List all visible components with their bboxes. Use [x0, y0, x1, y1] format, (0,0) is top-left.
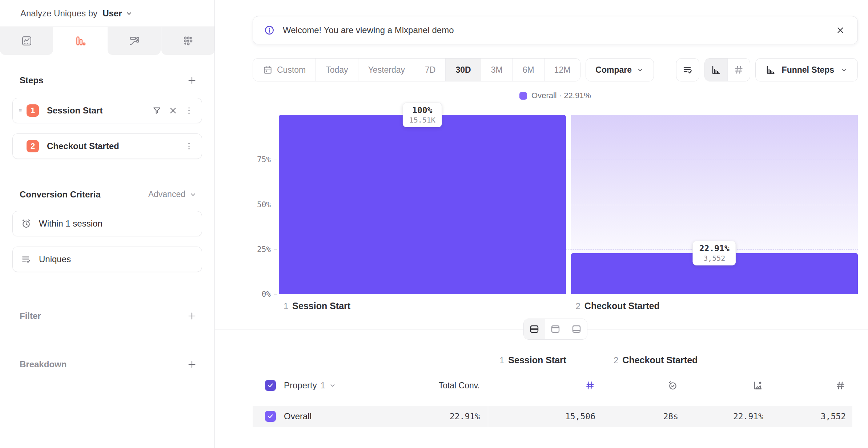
date-range-6m[interactable]: 6M [513, 59, 544, 81]
x-icon [168, 106, 178, 115]
kebab-menu-icon [184, 141, 194, 151]
date-range-30d[interactable]: 30D [446, 59, 481, 81]
table-group-header-row: 1 Session Start 2 Checkout Started [253, 351, 852, 369]
tab-flows[interactable] [108, 27, 161, 55]
drag-handle-icon[interactable] [18, 107, 25, 114]
time-to-convert-header[interactable] [602, 380, 686, 391]
conversion-criteria-section: Conversion Criteria Advanced Within 1 se… [0, 188, 214, 272]
filter-section: Filter [0, 309, 214, 323]
step-more-button[interactable] [183, 140, 195, 152]
plus-icon [187, 75, 197, 85]
breakdown-section: Breakdown [0, 358, 214, 371]
step-number-badge: 2 [27, 140, 39, 152]
row-name: Overall [284, 411, 312, 421]
funnel-step-column-2[interactable]: 22.91% 3,552 [571, 115, 858, 294]
total-conv-header[interactable]: Total Conv. [439, 381, 480, 391]
chart-display-controls: Funnel Steps [676, 58, 858, 81]
step-card-1[interactable]: 1 Session Start [12, 98, 202, 123]
layout-table-only-button[interactable] [566, 319, 587, 339]
step-event-label[interactable]: Checkout Started [47, 141, 183, 151]
table-row-overall[interactable]: Overall 22.91% 15,506 28s 22.91% 3,552 [253, 406, 852, 427]
legend-swatch [519, 92, 527, 100]
tab-funnels[interactable] [54, 27, 107, 55]
analyze-by-row: Analyze Uniques by User [0, 0, 214, 27]
filter-title: Filter [20, 311, 41, 321]
layout-split-button[interactable] [524, 319, 545, 339]
steps-section: Steps 1 Session Start [0, 74, 214, 159]
add-step-button[interactable] [185, 74, 198, 87]
add-filter-button[interactable] [185, 309, 198, 323]
conversion-criteria-title: Conversion Criteria [20, 189, 101, 200]
bar-count: 3,552 [699, 254, 730, 263]
close-icon [836, 25, 845, 35]
date-range-7d[interactable]: 7D [415, 59, 446, 81]
conversion-window-card[interactable]: Within 1 session [12, 211, 202, 236]
checkout-count-header[interactable] [771, 380, 852, 391]
session-start-count-value: 15,506 [488, 412, 602, 421]
step-card-2[interactable]: 2 Checkout Started [12, 133, 202, 159]
tab-retention[interactable] [161, 27, 214, 55]
bar-value-tooltip: 100% 15.51K [403, 103, 442, 127]
bar-value-tooltip: 22.91% 3,552 [693, 241, 736, 265]
analyze-entity-value: User [103, 8, 122, 19]
date-range-12m[interactable]: 12M [544, 59, 580, 81]
group-header-checkout-started: 2 Checkout Started [602, 355, 852, 365]
step-number-badge: 1 [27, 104, 39, 117]
funnel-bar[interactable] [279, 115, 566, 294]
filter-funnel-icon [152, 106, 162, 116]
select-all-checkbox[interactable] [265, 380, 276, 391]
add-breakdown-button[interactable] [185, 358, 198, 371]
plus-icon [187, 359, 197, 369]
step-remove-button[interactable] [167, 104, 179, 117]
plus-icon [187, 311, 197, 321]
alarm-clock-icon [21, 218, 32, 229]
step-name: Checkout Started [584, 301, 660, 311]
report-type-tabs [0, 27, 214, 55]
property-label: Property [284, 380, 317, 391]
banner-close-button[interactable] [834, 24, 847, 36]
show-bars-button[interactable] [705, 59, 727, 81]
date-range-3m[interactable]: 3M [481, 59, 513, 81]
analyze-entity-dropdown[interactable]: User [103, 8, 133, 19]
funnel-plot-area: 75% 50% 25% 0% 100% 15.51K [279, 115, 858, 294]
table-column-header-row: Property 1 Total Conv. [253, 369, 852, 401]
show-numbers-button[interactable] [727, 59, 750, 81]
bar-percent: 22.91% [699, 244, 730, 253]
compare-dropdown[interactable]: Compare [586, 58, 654, 81]
step-filter-button[interactable] [150, 104, 163, 117]
advanced-dropdown[interactable]: Advanced [147, 188, 198, 201]
date-range-label: Today [326, 65, 348, 75]
bar-percent: 100% [409, 105, 435, 115]
metric-uniques-button[interactable] [676, 58, 699, 81]
analyze-by-label: Analyze Uniques by [20, 8, 97, 19]
row-checkbox[interactable] [265, 411, 276, 422]
chevron-down-icon [840, 66, 848, 74]
hash-icon [835, 380, 846, 391]
date-range-label: 3M [491, 65, 503, 75]
funnel-step-column-1[interactable]: 100% 15.51K [279, 115, 566, 294]
session-start-count-header[interactable] [488, 380, 602, 391]
funnel-view-dropdown[interactable]: Funnel Steps [755, 58, 858, 81]
step-name: Session Start [292, 301, 350, 311]
step-more-button[interactable] [183, 104, 195, 117]
layout-chart-only-button[interactable] [545, 319, 566, 339]
conversion-rate-header[interactable] [686, 380, 771, 391]
kebab-menu-icon [184, 106, 194, 115]
tab-insights[interactable] [0, 27, 53, 55]
date-range-custom[interactable]: Custom [253, 59, 316, 81]
step-index: 2 [576, 301, 580, 311]
column-divider [602, 351, 602, 427]
funnel-x-axis: 1 Session Start 2 Checkout Started [253, 301, 858, 311]
property-dropdown[interactable]: Property 1 [284, 380, 336, 391]
y-axis-tick: 25% [257, 245, 271, 254]
date-range-today[interactable]: Today [316, 59, 358, 81]
conversion-window-label: Within 1 session [39, 219, 103, 229]
chevron-down-icon [125, 9, 133, 17]
date-range-yesterday[interactable]: Yesterday [358, 59, 415, 81]
chevron-down-icon [636, 66, 644, 74]
hash-icon [584, 380, 595, 391]
step-event-label[interactable]: Session Start [47, 105, 150, 116]
counting-method-card[interactable]: Uniques [12, 247, 202, 272]
x-axis-step-2: 2 Checkout Started [571, 301, 858, 311]
compare-label: Compare [595, 65, 632, 75]
